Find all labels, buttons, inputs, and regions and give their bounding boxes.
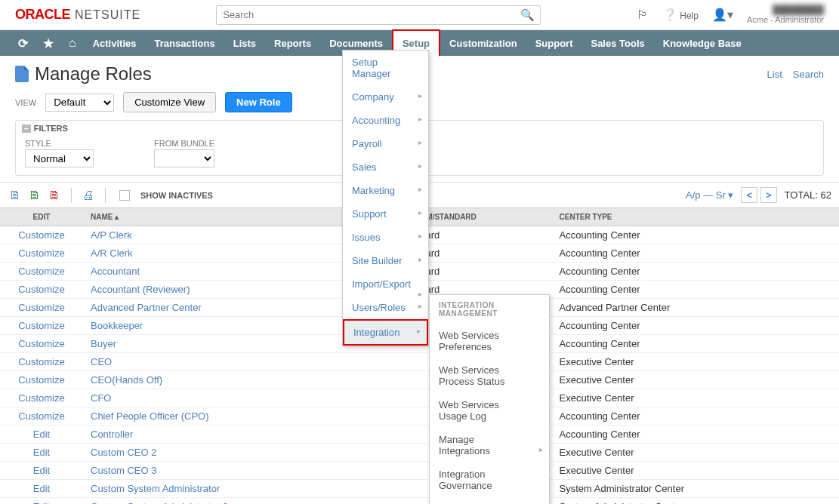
edit-link[interactable]: Edit — [33, 501, 50, 504]
mi-ws-log[interactable]: Web Services Usage Log — [430, 393, 549, 428]
role-name-link[interactable]: Custom System Administrator — [91, 483, 220, 494]
search-icon[interactable]: 🔍 — [520, 8, 535, 22]
mi-sitebuilder[interactable]: Site Builder — [343, 249, 428, 272]
role-name-link[interactable]: Custom CEO 3 — [91, 465, 156, 476]
edit-link[interactable]: Customize — [18, 356, 64, 367]
search-input[interactable] — [216, 5, 541, 25]
edit-link[interactable]: Edit — [33, 483, 50, 494]
new-role-button[interactable]: New Role — [225, 92, 292, 112]
mi-setup-manager[interactable]: Setup Manager — [343, 51, 428, 85]
view-search-link[interactable]: Search — [793, 69, 824, 80]
view-list-link[interactable]: List — [767, 69, 782, 80]
center-type-cell: Executive Center — [552, 371, 839, 389]
mi-ws-prefs[interactable]: Web Services Preferences — [430, 324, 549, 358]
role-name-link[interactable]: A/R Clerk — [91, 247, 133, 259]
mi-int-governance[interactable]: Integration Governance — [430, 463, 549, 497]
edit-link[interactable]: Edit — [33, 465, 50, 476]
pager-prev[interactable]: < — [741, 187, 757, 203]
role-name-link[interactable]: Custom CEO 2 — [91, 447, 156, 458]
help-link[interactable]: ❔ Help — [662, 8, 699, 22]
mi-ws-status[interactable]: Web Services Process Status — [430, 358, 549, 393]
nav-star-icon[interactable]: ★ — [35, 30, 61, 56]
role-name-link[interactable]: Controller — [91, 429, 133, 440]
nav-home-icon[interactable]: ⌂ — [61, 30, 84, 56]
role-name-link[interactable]: Buyer — [91, 338, 116, 349]
role-name-link[interactable]: CEO — [91, 356, 112, 367]
center-type-cell: Executive Center — [552, 462, 839, 480]
col-name[interactable]: NAME ▴ — [83, 208, 349, 226]
role-name-link[interactable]: Accountant (Reviewer) — [91, 284, 190, 295]
show-inactives-checkbox[interactable] — [119, 190, 130, 201]
new-doc-icon[interactable]: 🗎 — [8, 188, 23, 203]
role-name-link[interactable]: CFO — [91, 392, 111, 404]
print-icon[interactable]: 🖨 — [81, 188, 96, 203]
pager-range[interactable]: A/p — Sr ▾ — [686, 189, 733, 201]
mi-accounting[interactable]: Accounting — [343, 109, 428, 132]
nav-customization[interactable]: Customization — [440, 30, 526, 56]
col-center[interactable]: CENTER TYPE — [552, 208, 839, 226]
nav-transactions[interactable]: Transactions — [145, 30, 224, 56]
page-icon — [15, 66, 29, 82]
user-icon[interactable]: 👤▾ — [712, 8, 733, 22]
edit-link[interactable]: Customize — [18, 374, 64, 386]
export-excel-icon[interactable]: 🗎 — [27, 188, 42, 203]
integration-submenu: INTEGRATION MANAGEMENT Web Services Pref… — [429, 294, 550, 504]
table-row: EditCustom System AdministratorSystem Ad… — [0, 480, 839, 498]
mi-usersroles[interactable]: Users/Roles — [343, 296, 428, 319]
nav-lists[interactable]: Lists — [224, 30, 265, 56]
nav-kb[interactable]: Knowledge Base — [654, 30, 751, 56]
mi-integration[interactable]: Integration — [343, 319, 428, 346]
page-title: Manage Roles — [35, 63, 152, 85]
style-label: STYLE — [25, 139, 94, 148]
mi-company[interactable]: Company — [343, 85, 428, 109]
role-name-link[interactable]: CEO(Hands Off) — [91, 374, 162, 386]
style-select[interactable]: Normal — [25, 149, 94, 167]
mi-payroll[interactable]: Payroll — [343, 132, 428, 155]
edit-link[interactable]: Customize — [18, 247, 64, 259]
table-row: EditControllerAccounting Center — [0, 426, 839, 444]
mi-importexport[interactable]: Import/Export — [343, 272, 428, 296]
role-name-link[interactable]: Custom System Administrator 2 — [91, 501, 228, 504]
center-type-cell: System Administrator Center — [552, 480, 839, 498]
export-pdf-icon[interactable]: 🗎 — [47, 188, 62, 203]
edit-link[interactable]: Customize — [18, 392, 64, 404]
edit-link[interactable]: Edit — [33, 429, 50, 440]
nav-support[interactable]: Support — [526, 30, 582, 56]
bundle-select[interactable] — [154, 149, 214, 167]
role-name-link[interactable]: Chief People Officer (CPO) — [91, 410, 209, 422]
mi-support[interactable]: Support — [343, 202, 428, 226]
edit-link[interactable]: Customize — [18, 320, 64, 331]
role-name-link[interactable]: Bookkeeper — [91, 320, 143, 331]
table-row: CustomizeCEO(Hands Off)Executive Center — [0, 371, 839, 389]
view-select[interactable]: Default — [45, 94, 114, 112]
role-name-link[interactable]: A/P Clerk — [91, 229, 132, 241]
mi-marketing[interactable]: Marketing — [343, 179, 428, 202]
role-name-link[interactable]: Advanced Partner Center — [91, 302, 202, 313]
customize-view-button[interactable]: Customize View — [123, 92, 216, 112]
table-row: EditCustom System Administrator 2System … — [0, 498, 839, 505]
edit-link[interactable]: Customize — [18, 266, 64, 277]
nav-history-icon[interactable]: ⟳ — [11, 30, 35, 56]
nav-reports[interactable]: Reports — [265, 30, 320, 56]
edit-link[interactable]: Customize — [18, 410, 64, 422]
edit-link[interactable]: Customize — [18, 338, 64, 349]
feedback-icon[interactable]: 🏳 — [637, 8, 649, 22]
nav-salestools[interactable]: Sales Tools — [581, 30, 653, 56]
center-type-cell: Accounting Center — [552, 335, 839, 353]
table-row: CustomizeCEOExecutive Center — [0, 353, 839, 371]
nav-activities[interactable]: Activities — [84, 30, 146, 56]
edit-link[interactable]: Customize — [18, 229, 64, 241]
edit-link[interactable]: Customize — [18, 302, 64, 313]
col-edit[interactable]: EDIT — [0, 208, 83, 226]
mi-manage-integrations[interactable]: Manage Integrations — [430, 428, 549, 463]
account-info[interactable]: ████████ Acme - Administrator — [747, 5, 824, 24]
edit-link[interactable]: Edit — [33, 447, 50, 458]
pager-next[interactable]: > — [760, 187, 777, 203]
mi-sales[interactable]: Sales — [343, 155, 428, 179]
center-type-cell: Executive Center — [552, 444, 839, 462]
center-type-cell: Accounting Center — [552, 281, 839, 299]
edit-link[interactable]: Customize — [18, 284, 64, 295]
role-name-link[interactable]: Accountant — [91, 266, 140, 277]
mi-issues[interactable]: Issues — [343, 226, 428, 249]
global-search[interactable]: 🔍 — [216, 5, 541, 25]
